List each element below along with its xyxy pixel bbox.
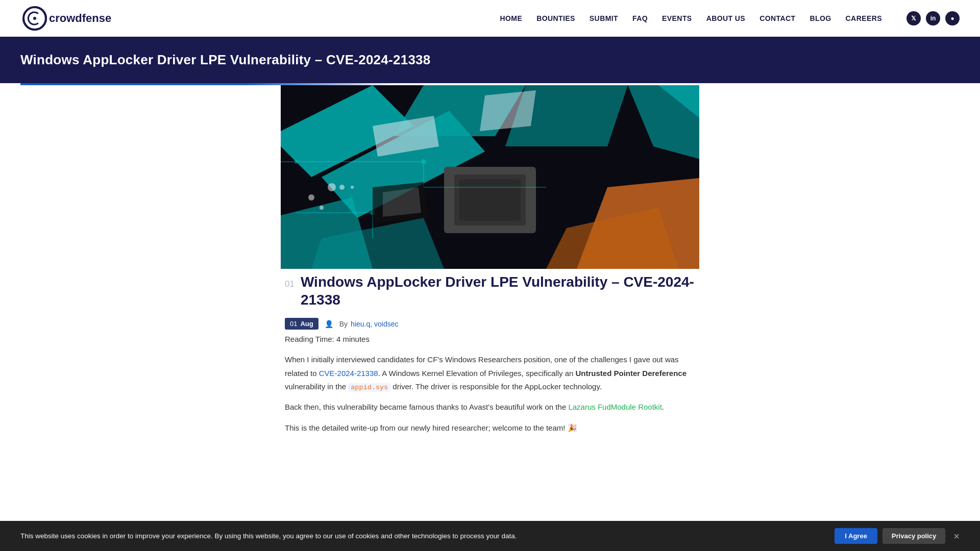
para1-mid2: vulnerability in the	[285, 382, 348, 391]
hero-title: Windows AppLocker Driver LPE Vulnerabili…	[20, 52, 431, 68]
featured-image	[281, 85, 699, 269]
author-icon: 👤	[325, 320, 333, 328]
article-day: 01	[290, 320, 297, 328]
para1-end: driver. The driver is responsible for th…	[390, 382, 602, 391]
hero-banner: Windows AppLocker Driver LPE Vulnerabili…	[0, 37, 980, 83]
article-paragraph-2: Back then, this vulnerability became fam…	[285, 400, 699, 414]
article-body: Reading Time: 4 minutes When I initially…	[281, 333, 699, 435]
logo[interactable]: crowdfense	[20, 4, 122, 33]
svg-point-25	[328, 183, 336, 191]
article-number-title: 01 Windows AppLocker Driver LPE Vulnerab…	[281, 273, 699, 309]
svg-point-24	[295, 160, 298, 163]
linkedin-icon[interactable]: in	[926, 11, 940, 26]
svg-marker-31	[383, 187, 421, 217]
author-prefix: By	[339, 320, 348, 328]
main-content: 01 Windows AppLocker Driver LPE Vulnerab…	[271, 85, 709, 435]
svg-text:crowdfense: crowdfense	[49, 12, 111, 24]
para2-before: Back then, this vulnerability became fam…	[285, 403, 568, 411]
svg-point-27	[351, 186, 354, 189]
author-link[interactable]: hieu.q, voidsec	[351, 320, 398, 328]
para1-bold: Untrusted Pointer Dereference	[576, 369, 687, 378]
nav-home[interactable]: HOME	[500, 14, 522, 22]
article-title: Windows AppLocker Driver LPE Vulnerabili…	[301, 273, 699, 309]
article-month: Aug	[300, 320, 313, 328]
nav-about-us[interactable]: ABOUT US	[706, 14, 745, 22]
nav-submit[interactable]: SUBMIT	[590, 14, 618, 22]
article-paragraph-3: This is the detailed write-up from our n…	[285, 421, 699, 435]
reading-time: Reading Time: 4 minutes	[285, 333, 699, 346]
para1-code: appid.sys	[348, 383, 390, 392]
svg-marker-9	[480, 90, 536, 131]
nav-events[interactable]: EVENTS	[662, 14, 692, 22]
para2-end: .	[662, 403, 664, 411]
nav-bounties[interactable]: BOUNTIES	[536, 14, 575, 22]
other-social-icon[interactable]: ●	[945, 11, 960, 26]
article-meta: 01 Aug 👤 By hieu.q, voidsec	[281, 318, 699, 330]
nav-faq[interactable]: FAQ	[632, 14, 648, 22]
date-badge: 01 Aug	[285, 318, 318, 330]
svg-point-29	[320, 206, 324, 210]
article-number: 01	[285, 279, 295, 289]
svg-point-26	[339, 185, 345, 190]
para1-mid: . A Windows Kernel Elevation of Privileg…	[378, 369, 576, 378]
social-links: 𝕏 in ●	[906, 11, 960, 26]
site-header: crowdfense HOME BOUNTIES SUBMIT FAQ EVEN…	[0, 0, 980, 37]
lazarus-link[interactable]: Lazarus FudModule Rootkit	[568, 403, 662, 411]
main-nav: HOME BOUNTIES SUBMIT FAQ EVENTS ABOUT US…	[500, 11, 960, 26]
svg-point-1	[33, 17, 36, 20]
nav-contact[interactable]: CONTACT	[760, 14, 795, 22]
svg-rect-12	[459, 180, 521, 220]
svg-point-28	[308, 194, 314, 201]
article-paragraph-1: When I initially interviewed candidates …	[285, 353, 699, 393]
author-line: By hieu.q, voidsec	[339, 320, 399, 328]
svg-point-22	[422, 160, 426, 164]
twitter-icon[interactable]: 𝕏	[906, 11, 921, 26]
nav-blog[interactable]: BLOG	[810, 14, 831, 22]
cve-link[interactable]: CVE-2024-21338	[319, 369, 378, 378]
nav-careers[interactable]: CAREERS	[846, 14, 882, 22]
